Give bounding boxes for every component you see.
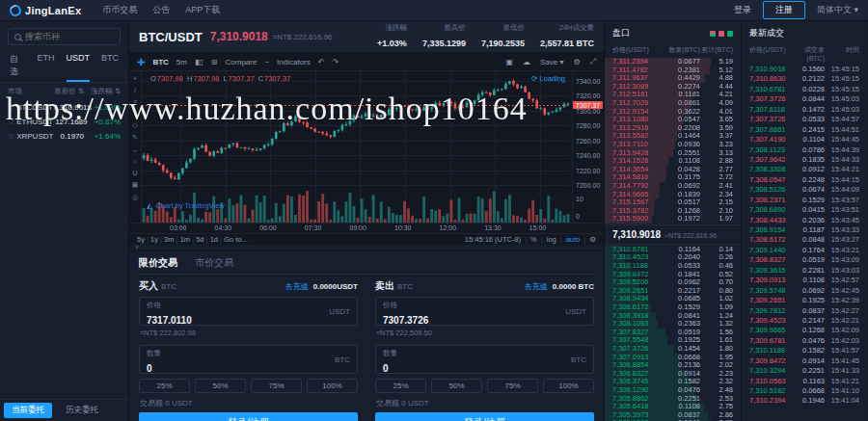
compare-button[interactable]: Compare — [225, 58, 257, 66]
trade-row[interactable]: 7,308.61720.084815:43:27 — [742, 235, 867, 245]
trade-row[interactable]: 7,309.09130.110815:42:57 — [742, 276, 867, 285]
save-button[interactable]: Save ▾ — [540, 58, 563, 66]
trade-row[interactable]: 7,307.88610.241515:44:51 — [742, 125, 867, 135]
search-input[interactable] — [25, 32, 112, 41]
trade-row[interactable]: 7,310.23940.194615:41:04 — [742, 396, 867, 406]
buy-login-register-button[interactable]: 登录/注册 — [139, 412, 358, 421]
favorite-star-icon[interactable]: ☆ — [8, 118, 14, 126]
trade-row[interactable]: 7,310.90180.156015:45:15 — [742, 65, 867, 74]
nav-menu-item[interactable]: 币币交易 — [102, 4, 137, 16]
trade-row[interactable]: 7,307.61180.147215:45:03 — [742, 105, 867, 115]
trade-row[interactable]: 7,309.26510.192515:42:39 — [742, 296, 867, 305]
bottom-gear-icon[interactable]: ⚙ — [589, 235, 596, 244]
book-mode-both-icon[interactable] — [710, 31, 716, 37]
tab-btc[interactable]: BTC — [101, 53, 119, 82]
trade-row[interactable]: 7,309.57480.069215:42:45 — [742, 286, 867, 296]
percent-button[interactable]: 75% — [251, 379, 302, 393]
tab-favorites[interactable]: 自选 — [10, 53, 26, 82]
nav-menu-item[interactable]: APP下载 — [185, 4, 220, 16]
range-button[interactable]: 1m — [180, 235, 190, 244]
buy-amount-input[interactable]: 数量 0 BTC — [139, 345, 358, 374]
trade-row[interactable]: 7,309.67810.047615:42:03 — [742, 336, 867, 346]
buy-price-input[interactable]: 价格 7317.0110 USDT — [139, 297, 358, 326]
percent-button[interactable]: 50% — [431, 379, 482, 393]
time-axis[interactable]: 03:0004:3006:0007:3009:0010:3012:0013:30… — [129, 223, 604, 233]
trade-row[interactable]: 7,310.51820.066815:41:10 — [742, 386, 867, 396]
trade-row[interactable]: 7,308.23710.152915:43:57 — [742, 196, 867, 205]
tab-usdt[interactable]: USDT — [67, 53, 91, 82]
range-button[interactable]: 3m — [164, 235, 174, 244]
market-row[interactable]: ☆ETHUSDT127.1689+0.87% — [0, 115, 128, 129]
magnet-icon[interactable]: U — [132, 170, 137, 176]
sell-amount-input[interactable]: 数量 0 BTC — [375, 345, 594, 374]
text-tool-icon[interactable]: T — [133, 110, 137, 117]
trade-row[interactable]: 7,307.37260.053315:44:57 — [742, 115, 867, 124]
sell-login-register-button[interactable]: 登录/注册 — [375, 412, 594, 421]
trade-row[interactable]: 7,308.11230.078615:44:39 — [742, 145, 867, 155]
trade-row[interactable]: 7,308.68900.041515:43:51 — [742, 205, 867, 215]
eye-icon[interactable]: ◎ — [132, 194, 138, 201]
deposit-link[interactable]: 去充值 — [525, 281, 548, 292]
percent-button[interactable]: 100% — [307, 379, 358, 393]
search-box[interactable] — [8, 28, 121, 45]
market-row[interactable]: ☆XRPUSDT0.1970+1.64% — [0, 129, 128, 144]
trade-row[interactable]: 7,309.84720.091415:41:45 — [742, 356, 867, 366]
settings-gear-icon[interactable]: ⚙ — [573, 58, 580, 66]
trade-row[interactable]: 7,308.91540.118715:43:33 — [742, 225, 867, 235]
trade-row[interactable]: 7,309.45230.214715:42:21 — [742, 316, 867, 326]
lock-icon[interactable]: ▣ — [132, 181, 139, 189]
trade-row[interactable]: 7,309.96650.126815:42:09 — [742, 326, 867, 335]
percent-button[interactable]: 75% — [487, 379, 538, 393]
range-button[interactable]: 5d — [196, 235, 203, 244]
trade-row[interactable]: 7,308.83270.051915:43:09 — [742, 255, 867, 265]
compare-icon[interactable]: ⊞ — [211, 58, 218, 66]
percent-button[interactable]: 25% — [139, 379, 190, 393]
screenshot-icon[interactable]: ▣ — [505, 58, 513, 66]
tab-eth[interactable]: ETH — [38, 53, 55, 82]
book-mode-bids-icon[interactable] — [727, 31, 733, 37]
undo-icon[interactable]: ↶ — [318, 58, 325, 66]
favorite-star-icon[interactable]: ☆ — [8, 132, 14, 141]
orderbook-row[interactable]: 7,315.59000.19721.97 — [605, 215, 741, 224]
range-button[interactable]: Go to... — [224, 235, 248, 244]
trade-row[interactable]: 7,310.32940.225115:41:33 — [742, 366, 867, 376]
crosshair-icon[interactable]: + — [133, 75, 137, 82]
trade-row[interactable]: 7,307.96420.183515:44:33 — [742, 155, 867, 165]
candle-style-icon[interactable]: ▮▯ — [195, 58, 203, 66]
candlestick-chart[interactable] — [142, 71, 570, 223]
book-mode-asks-icon[interactable] — [719, 31, 724, 37]
redo-icon[interactable]: ↷ — [332, 58, 339, 66]
trade-row[interactable]: 7,310.11880.158215:41:57 — [742, 346, 867, 355]
brand[interactable]: JingLanEx — [10, 5, 81, 16]
percent-button[interactable]: 25% — [375, 379, 426, 393]
trade-row[interactable]: 7,310.05630.116315:41:21 — [742, 377, 867, 386]
annotation-icon[interactable]: ✎ — [132, 134, 138, 142]
range-button[interactable]: 5y — [137, 235, 145, 244]
trade-row[interactable]: 7,310.67810.022815:45:15 — [742, 85, 867, 94]
scale-percent-toggle[interactable]: % — [530, 235, 537, 244]
tradingview-attribution[interactable]: ◭ Chart by TradingView — [147, 201, 225, 210]
percent-button[interactable]: 50% — [195, 379, 246, 393]
nav-menu-item[interactable]: 公告 — [152, 4, 170, 16]
tab-limit-order[interactable]: 限价交易 — [139, 256, 177, 270]
trade-row[interactable]: 7,308.51260.067415:44:09 — [742, 185, 867, 195]
trade-row[interactable]: 7,308.33080.091215:44:21 — [742, 165, 867, 174]
market-row[interactable]: ☆BTCUSDT7,310.9018+1.03% — [0, 100, 128, 115]
shapes-icon[interactable]: ◇ — [132, 121, 137, 129]
login-link[interactable]: 登录 — [734, 4, 751, 16]
tv-symbol[interactable]: BTC — [152, 58, 168, 66]
scale-log-toggle[interactable]: log — [547, 235, 556, 244]
trade-row[interactable]: 7,309.14400.176415:43:21 — [742, 246, 867, 255]
indicators-button[interactable]: Indicators — [277, 58, 311, 66]
language-selector[interactable]: 简体中文 ▾ — [817, 4, 858, 16]
indicators-icon[interactable]: ~ — [264, 58, 269, 66]
range-button[interactable]: 1y — [150, 235, 158, 244]
scale-auto-toggle[interactable]: auto — [566, 235, 581, 244]
favorite-star-icon[interactable]: ☆ — [8, 103, 14, 112]
fib-retracement-icon[interactable]: ≡ — [133, 98, 137, 105]
price-axis[interactable]: 7340.007320.007300.007280.007260.007240.… — [572, 71, 604, 223]
trade-row[interactable]: 7,308.05470.224815:44:15 — [742, 175, 867, 185]
tab-open-orders[interactable]: 当前委托 — [4, 403, 52, 418]
fullscreen-icon[interactable]: ⤢ — [590, 57, 596, 66]
trade-row[interactable]: 7,310.86300.212215:45:15 — [742, 74, 867, 84]
